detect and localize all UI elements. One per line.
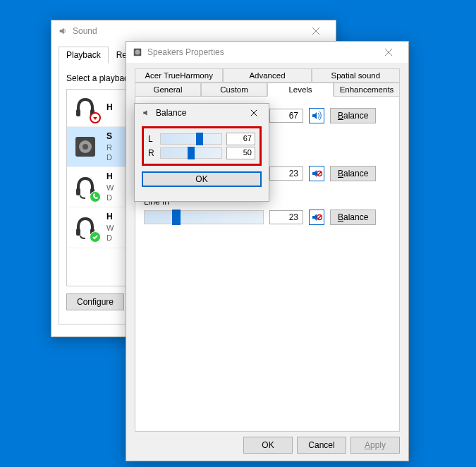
sound-muted-icon (311, 212, 322, 223)
sound-on-icon (311, 110, 322, 121)
balance-slider-left[interactable] (160, 133, 222, 145)
balance-button[interactable]: Balance (330, 166, 376, 181)
channel-label: R (148, 148, 156, 158)
props-title: Speakers Properties (147, 47, 374, 57)
balance-highlight-box: L 67 R 50 (142, 126, 262, 166)
sound-titlebar[interactable]: Sound (51, 20, 336, 42)
balance-row-left: L 67 (148, 133, 255, 145)
tab-trueharmony[interactable]: Acer TrueHarmony (135, 68, 223, 83)
props-titlebar[interactable]: Speakers Properties (126, 42, 408, 63)
apply-button[interactable]: Apply (350, 437, 400, 454)
balance-slider-right[interactable] (160, 147, 222, 159)
props-tabs-row2: General Custom Levels Enhancements (135, 83, 400, 97)
configure-button[interactable]: Configure (66, 293, 124, 310)
speaker-icon (140, 107, 152, 119)
mute-button[interactable] (309, 210, 324, 225)
channel-label: L (148, 134, 156, 144)
speaker-icon (132, 47, 143, 58)
close-icon[interactable] (245, 105, 263, 121)
balance-value-right[interactable]: 50 (226, 147, 255, 159)
check-badge-icon (90, 231, 101, 243)
svg-line-14 (318, 216, 322, 219)
svg-rect-0 (76, 109, 80, 116)
balance-button[interactable]: Balance (330, 108, 376, 123)
sound-muted-icon (311, 168, 322, 179)
volume-value[interactable]: 23 (269, 210, 303, 224)
slider-thumb[interactable] (188, 147, 195, 159)
dialog-buttons: OK Cancel Apply (243, 437, 400, 454)
tab-general[interactable]: General (135, 83, 201, 97)
balance-title: Balance (156, 108, 245, 118)
volume-value[interactable]: 23 (269, 166, 303, 181)
slider-thumb[interactable] (196, 133, 203, 145)
phone-badge-icon (90, 191, 101, 202)
sound-title: Sound (73, 26, 302, 36)
tab-advanced[interactable]: Advanced (223, 68, 311, 83)
close-icon[interactable] (374, 42, 403, 62)
svg-point-10 (135, 50, 140, 55)
tab-enhancements[interactable]: Enhancements (334, 83, 400, 97)
speaker-icon (57, 25, 68, 37)
svg-point-4 (83, 144, 88, 150)
svg-rect-7 (76, 229, 80, 236)
mute-button[interactable] (309, 166, 324, 181)
headphones-icon (71, 94, 99, 122)
tab-playback[interactable]: Playback (59, 47, 109, 63)
balance-titlebar[interactable]: Balance (135, 104, 269, 122)
props-tabs-row1: Acer TrueHarmony Advanced Spatial sound (135, 68, 400, 83)
speaker-device-icon (71, 133, 99, 161)
balance-button[interactable]: Balance (330, 210, 376, 225)
tab-levels[interactable]: Levels (267, 83, 334, 97)
slider-thumb[interactable] (172, 210, 181, 225)
ok-button[interactable]: OK (243, 437, 293, 454)
svg-rect-5 (76, 188, 80, 195)
tab-spatial-sound[interactable]: Spatial sound (312, 68, 400, 83)
headset-icon (71, 213, 99, 241)
svg-line-12 (318, 172, 322, 176)
mute-button[interactable] (309, 108, 324, 123)
cancel-button[interactable]: Cancel (297, 437, 346, 454)
close-icon[interactable] (302, 21, 330, 41)
ok-button[interactable]: OK (142, 171, 262, 187)
headset-icon (71, 173, 99, 201)
volume-value[interactable]: 67 (269, 109, 303, 123)
balance-row-right: R 50 (148, 147, 255, 159)
balance-value-left[interactable]: 67 (226, 133, 255, 145)
down-arrow-badge-icon (90, 112, 101, 123)
volume-slider[interactable] (144, 210, 264, 224)
balance-dialog: Balance L 67 R 50 OK (134, 103, 269, 202)
tab-custom[interactable]: Custom (201, 83, 267, 97)
